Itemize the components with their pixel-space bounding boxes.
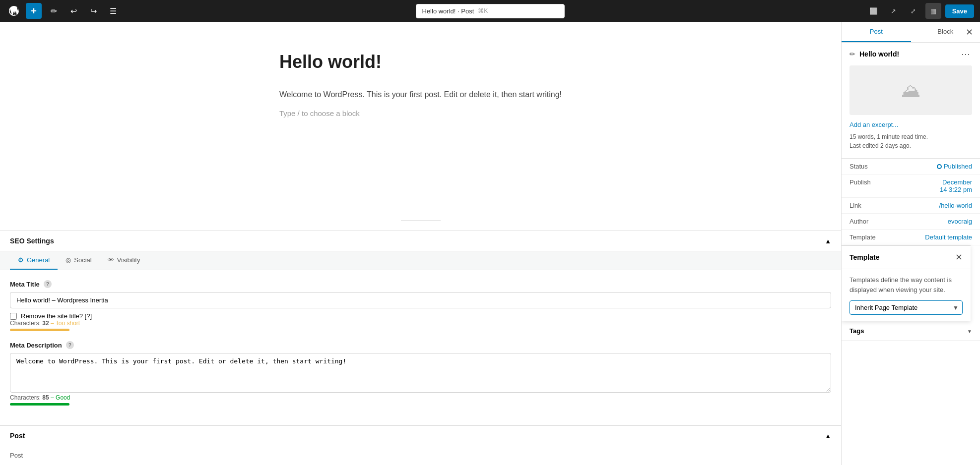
fullscreen-button[interactable]: ⤢: [906, 3, 921, 19]
sidebar-close-button[interactable]: ✕: [962, 25, 976, 39]
status-label: Status: [849, 163, 868, 170]
post-section-content: Post: [0, 446, 841, 465]
settings-button[interactable]: ▦: [925, 3, 941, 19]
save-button[interactable]: Save: [945, 4, 974, 18]
meta-description-input[interactable]: Welcome to WordPress. This is your first…: [10, 353, 831, 393]
seo-content: Meta Title ? Remove the site title? [?] …: [0, 270, 841, 425]
sidebar-body: ✏ Hello world! ⋯ ⛰ Add an excerpt... 15 …: [842, 43, 980, 465]
preview-button[interactable]: ⬜: [866, 3, 882, 19]
meta-row-status: Status Published: [842, 159, 980, 174]
template-popup-close-button[interactable]: ✕: [955, 252, 963, 263]
meta-title-status: – Too short: [49, 320, 80, 327]
meta-description-char-count: Characters: 85 – Good: [10, 394, 831, 401]
post-info-block: ✏ Hello world! ⋯ ⛰ Add an excerpt... 15 …: [842, 43, 980, 159]
meta-title-help[interactable]: ?: [44, 280, 52, 288]
meta-title-header: Meta Title ?: [10, 280, 831, 288]
meta-row-author: Author evocraig: [842, 214, 980, 230]
block-placeholder[interactable]: Type / to choose a block: [279, 109, 562, 117]
template-popup-title: Template: [849, 253, 879, 261]
post-title[interactable]: Hello world!: [279, 52, 562, 72]
status-dot: [937, 164, 942, 169]
editor-area: Hello world! Welcome to WordPress. This …: [0, 22, 841, 465]
remove-site-title-label: Remove the site title? [?]: [21, 312, 92, 320]
seo-header[interactable]: SEO Settings ▲: [0, 231, 841, 251]
author-value[interactable]: evocraig: [948, 218, 972, 225]
meta-title-bar: [10, 329, 69, 331]
add-block-button[interactable]: +: [26, 3, 42, 19]
sidebar-tab-block-label: Block: [937, 28, 953, 35]
undo-button[interactable]: ↩: [65, 3, 81, 19]
meta-title-count: 32: [42, 320, 49, 327]
command-palette-shortcut: ⌘K: [478, 7, 488, 14]
remove-site-title-row: Remove the site title? [?]: [10, 312, 831, 320]
post-info-title: Hello world!: [859, 50, 955, 58]
post-more-button[interactable]: ⋯: [959, 49, 972, 59]
meta-description-help[interactable]: ?: [66, 341, 74, 349]
meta-row-publish: Publish December14 3:22 pm: [842, 174, 980, 198]
remove-site-title-checkbox[interactable]: [10, 313, 17, 320]
meta-description-status: – Good: [49, 394, 70, 401]
visibility-tab-label: Visibility: [117, 256, 140, 264]
template-popup: Template ✕ Templates define the way cont…: [842, 245, 971, 321]
meta-description-header: Meta Description ?: [10, 341, 831, 349]
template-value[interactable]: Default template: [925, 233, 972, 241]
post-section-title: Post: [10, 432, 25, 440]
seo-panel: SEO Settings ▲ ⚙ General ◎ Social 👁 Visi…: [0, 231, 841, 425]
publish-value[interactable]: December14 3:22 pm: [940, 178, 972, 193]
external-link-button[interactable]: ↗: [886, 3, 902, 19]
seo-tabs: ⚙ General ◎ Social 👁 Visibility: [0, 251, 841, 270]
meta-title-char-count: Characters: 32 – Too short: [10, 320, 831, 327]
edit-tool-button[interactable]: ✏: [46, 3, 62, 19]
add-excerpt-link[interactable]: Add an excerpt...: [849, 121, 898, 128]
sidebar-tab-post-label: Post: [870, 28, 883, 35]
template-select[interactable]: Inherit Page Template Default template F…: [849, 300, 963, 315]
pen-icon: ✏: [849, 50, 855, 58]
meta-row-link: Link /hello-world: [842, 198, 980, 214]
meta-description-bar: [10, 403, 69, 406]
status-value[interactable]: Published: [937, 163, 972, 170]
general-tab-icon: ⚙: [18, 256, 24, 264]
post-label: Post: [10, 452, 23, 459]
post-section: Post ▲ Post: [0, 425, 841, 465]
seo-collapse-icon: ▲: [825, 237, 831, 245]
tags-section-header[interactable]: Tags: [842, 321, 980, 341]
seo-tab-social[interactable]: ◎ Social: [58, 251, 99, 270]
post-body[interactable]: Welcome to WordPress. This is your first…: [279, 88, 562, 101]
social-tab-label: Social: [74, 256, 91, 264]
command-palette[interactable]: Hello world! · Post ⌘K: [416, 4, 565, 18]
meta-row-template: Template Default template: [842, 230, 980, 245]
meta-description-field: Meta Description ? Welcome to WordPress.…: [10, 341, 831, 406]
toolbar-center: Hello world! · Post ⌘K: [330, 4, 650, 18]
meta-description-label: Meta Description: [10, 342, 62, 349]
meta-description-count: 85: [42, 394, 49, 401]
template-select-wrapper: Inherit Page Template Default template F…: [849, 300, 963, 315]
list-view-button[interactable]: ☰: [105, 3, 121, 19]
image-placeholder-icon: ⛰: [901, 79, 921, 102]
post-section-header[interactable]: Post ▲: [0, 426, 841, 446]
meta-title-input[interactable]: [10, 292, 831, 308]
seo-tab-visibility[interactable]: 👁 Visibility: [100, 251, 148, 270]
seo-panel-title: SEO Settings: [10, 237, 54, 245]
wp-logo: [6, 3, 22, 19]
template-popup-container: Template ✕ Templates define the way cont…: [842, 245, 980, 321]
word-count-text: 15 words, 1 minute read time.Last edited…: [849, 132, 972, 150]
toolbar-right: ⬜ ↗ ⤢ ▦ Save: [654, 3, 974, 19]
meta-title-label: Meta Title: [10, 281, 40, 288]
command-palette-text: Hello world! · Post: [422, 7, 474, 15]
visibility-tab-icon: 👁: [108, 256, 114, 264]
link-value[interactable]: /hello-world: [939, 202, 972, 209]
template-popup-header: Template ✕: [842, 246, 971, 269]
meta-title-field: Meta Title ? Remove the site title? [?] …: [10, 280, 831, 331]
right-sidebar: Post Block ✕ ✏ Hello world! ⋯ ⛰ Add an e…: [841, 22, 980, 465]
link-label: Link: [849, 202, 861, 209]
sidebar-tabs: Post Block ✕: [842, 22, 980, 43]
general-tab-label: General: [27, 256, 50, 264]
tags-section-title: Tags: [849, 327, 864, 335]
social-tab-icon: ◎: [65, 256, 71, 264]
featured-image[interactable]: ⛰: [849, 65, 972, 115]
publish-label: Publish: [849, 178, 871, 186]
seo-tab-general[interactable]: ⚙ General: [10, 251, 58, 270]
editor-content: Hello world! Welcome to WordPress. This …: [260, 22, 582, 210]
redo-button[interactable]: ↪: [85, 3, 101, 19]
sidebar-tab-post[interactable]: Post: [842, 22, 911, 42]
